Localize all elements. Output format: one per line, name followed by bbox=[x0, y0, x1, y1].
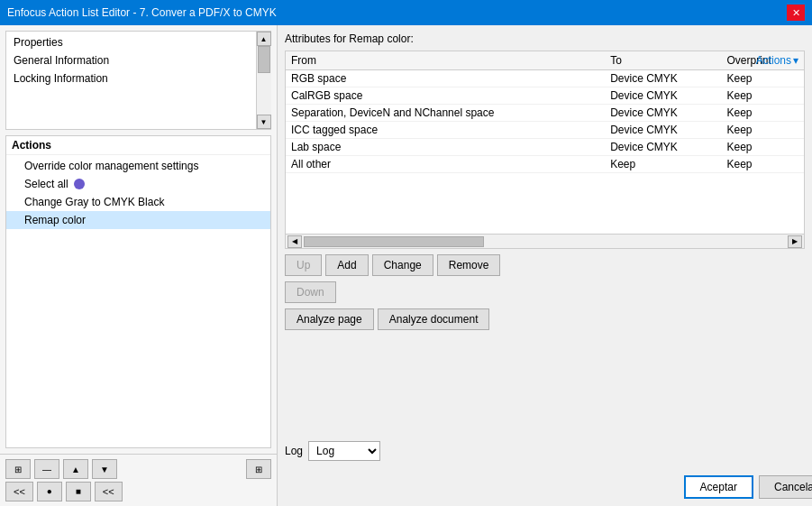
scroll-right-btn[interactable]: ▶ bbox=[788, 235, 802, 248]
actions-link-label[interactable]: Actions bbox=[756, 54, 791, 67]
up-button[interactable]: Up bbox=[285, 254, 322, 276]
scroll-track bbox=[257, 46, 271, 115]
scroll-down-btn[interactable]: ▼ bbox=[257, 115, 271, 129]
locking-information-item[interactable]: Locking Information bbox=[6, 69, 270, 87]
analyze-page-button[interactable]: Analyze page bbox=[285, 308, 374, 330]
horizontal-scrollbar[interactable]: ◀ ▶ bbox=[286, 234, 804, 248]
table-row[interactable]: CalRGB space Device CMYK Keep bbox=[286, 87, 804, 105]
from-cell: All other bbox=[286, 156, 605, 173]
left-panel: Properties General Information Locking I… bbox=[0, 25, 278, 506]
remove-button[interactable]: Remove bbox=[437, 254, 501, 276]
table-row[interactable]: All other Keep Keep bbox=[286, 156, 804, 173]
attributes-table-container: Actions ▾ From To Overprint RGB space bbox=[285, 51, 805, 249]
overprint-cell: Keep bbox=[721, 156, 804, 173]
to-cell: Device CMYK bbox=[605, 70, 721, 87]
settings-button[interactable]: ⊞ bbox=[246, 459, 271, 479]
log-select[interactable]: Log Info Warning Error bbox=[308, 441, 380, 461]
title-bar: Enfocus Action List Editor - 7. Conver a… bbox=[0, 0, 812, 25]
from-cell: Separation, DeviceN and NChannel space bbox=[286, 105, 605, 122]
col-to-header: To bbox=[605, 51, 721, 70]
table-row[interactable]: ICC tagged space Device CMYK Keep bbox=[286, 122, 804, 139]
scroll-thumb[interactable] bbox=[258, 46, 270, 73]
toolbar-row-1: ⊞ — ▲ ▼ ⊞ bbox=[5, 459, 271, 479]
prev-prev-button[interactable]: << bbox=[5, 482, 33, 501]
to-cell: Device CMYK bbox=[605, 105, 721, 122]
action-label: Remap color bbox=[24, 214, 86, 226]
action-label: Override color management settings bbox=[24, 160, 198, 172]
from-cell: CalRGB space bbox=[286, 87, 605, 105]
overprint-cell: Keep bbox=[721, 139, 804, 156]
chevron-down-icon: ▾ bbox=[793, 54, 798, 67]
to-cell: Device CMYK bbox=[605, 122, 721, 139]
bottom-toolbar: ⊞ — ▲ ▼ ⊞ << ● ■ << bbox=[0, 454, 277, 506]
move-up-button[interactable]: ▲ bbox=[63, 459, 88, 479]
move-down-button[interactable]: ▼ bbox=[92, 459, 117, 479]
right-panel-wrapper: Attributes for Remap color: Actions ▾ Fr… bbox=[278, 25, 812, 506]
h-scroll-track bbox=[304, 235, 786, 248]
properties-section: Properties General Information Locking I… bbox=[5, 31, 271, 130]
properties-scrollbar[interactable]: ▲ ▼ bbox=[256, 32, 270, 129]
to-cell: Keep bbox=[605, 156, 721, 173]
analyze-buttons-row: Analyze page Analyze document bbox=[285, 308, 805, 330]
right-panel: Attributes for Remap color: Actions ▾ Fr… bbox=[278, 25, 812, 468]
down-button[interactable]: Down bbox=[285, 281, 336, 303]
ok-button[interactable]: Aceptar bbox=[684, 475, 753, 499]
from-cell: Lab space bbox=[286, 139, 605, 156]
attributes-table: From To Overprint RGB space Device CMYK … bbox=[286, 51, 804, 173]
overprint-cell: Keep bbox=[721, 105, 804, 122]
purple-dot-icon bbox=[74, 179, 85, 189]
action-item-change-gray[interactable]: Change Gray to CMYK Black bbox=[6, 193, 270, 211]
table-row[interactable]: Lab space Device CMYK Keep bbox=[286, 139, 804, 156]
table-row[interactable]: Separation, DeviceN and NChannel space D… bbox=[286, 105, 804, 122]
add-button[interactable]: Add bbox=[325, 254, 368, 276]
dot-button[interactable]: ● bbox=[37, 482, 62, 501]
action-item-override[interactable]: Override color management settings bbox=[6, 157, 270, 175]
log-row: Log Log Info Warning Error bbox=[285, 434, 805, 461]
properties-list: Properties General Information Locking I… bbox=[6, 32, 270, 89]
scroll-up-btn[interactable]: ▲ bbox=[257, 32, 271, 46]
cancel-button[interactable]: Cancelar bbox=[759, 475, 812, 499]
action-label: Change Gray to CMYK Black bbox=[24, 196, 164, 208]
from-cell: ICC tagged space bbox=[286, 122, 605, 139]
overprint-cell: Keep bbox=[721, 122, 804, 139]
actions-section: Actions Override color management settin… bbox=[5, 135, 271, 448]
stop-button[interactable]: ■ bbox=[66, 482, 91, 501]
prev-button[interactable]: << bbox=[95, 482, 123, 501]
scroll-left-btn[interactable]: ◀ bbox=[287, 235, 302, 248]
action-label: Select all bbox=[24, 178, 68, 190]
actions-header: Actions bbox=[6, 136, 270, 155]
main-content: Properties General Information Locking I… bbox=[0, 25, 812, 506]
action-item-remap-color[interactable]: Remap color bbox=[6, 211, 270, 229]
h-scroll-thumb[interactable] bbox=[304, 236, 484, 247]
overprint-cell: Keep bbox=[721, 70, 804, 87]
change-button[interactable]: Change bbox=[372, 254, 433, 276]
to-cell: Device CMYK bbox=[605, 87, 721, 105]
table-row[interactable]: RGB space Device CMYK Keep bbox=[286, 70, 804, 87]
close-button[interactable]: ✕ bbox=[787, 5, 805, 21]
action-buttons-row2: Down bbox=[285, 281, 805, 303]
from-cell: RGB space bbox=[286, 70, 605, 87]
to-cell: Device CMYK bbox=[605, 139, 721, 156]
properties-item[interactable]: Properties bbox=[6, 33, 270, 51]
window-title: Enfocus Action List Editor - 7. Conver a… bbox=[7, 6, 277, 19]
action-item-select-all[interactable]: Select all bbox=[6, 175, 270, 193]
log-label: Log bbox=[285, 445, 303, 457]
action-buttons-row1: Up Add Change Remove bbox=[285, 254, 805, 276]
actions-list: Override color management settings Selec… bbox=[6, 155, 270, 231]
analyze-document-button[interactable]: Analyze document bbox=[378, 308, 490, 330]
add-action-button[interactable]: ⊞ bbox=[5, 459, 31, 479]
toolbar-row-2: << ● ■ << bbox=[5, 482, 271, 501]
general-information-item[interactable]: General Information bbox=[6, 51, 270, 69]
overprint-cell: Keep bbox=[721, 87, 804, 105]
col-from-header: From bbox=[286, 51, 605, 70]
table-actions-link[interactable]: Actions ▾ bbox=[751, 51, 804, 69]
remove-action-button[interactable]: — bbox=[34, 459, 59, 479]
attributes-title: Attributes for Remap color: bbox=[285, 32, 805, 45]
